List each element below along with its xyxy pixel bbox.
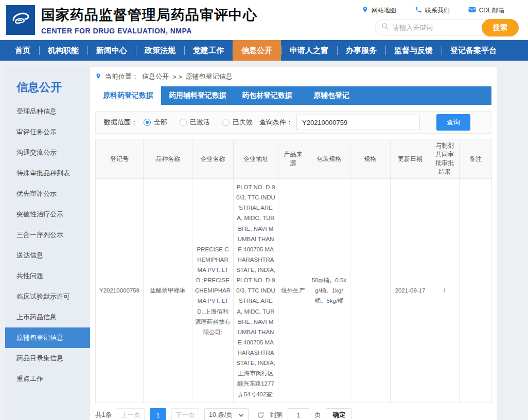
pagination: 共1条 上一页 1 下一页 10 条/页 到第 页 确定 (95, 408, 491, 420)
nav-item-services[interactable]: 办事服务 (337, 40, 385, 61)
nav-item-applicant[interactable]: 申请人之窗 (281, 40, 337, 61)
chevron-down-icon (238, 412, 244, 419)
sidebar-item-drug-catalog[interactable]: 药品目录集信息 (5, 348, 90, 369)
cell-remark (460, 179, 492, 403)
sidebar: 信息公开 受理品种信息 审评任务公示 沟通交流公示 特殊审批品种列表 优先审评公… (5, 67, 90, 420)
nav-item-supervision[interactable]: 监督与反馈 (385, 40, 442, 61)
radio-invalid[interactable]: 已失效 (222, 118, 253, 127)
breadcrumb: 当前位置： 信息公开 > > 原辅包登记信息 (95, 67, 491, 86)
contact-link[interactable]: 联系我们 (415, 6, 450, 15)
prev-page-button[interactable]: 上一页 (117, 408, 145, 420)
header-right: 网站地图 联系我们 CDE邮箱 搜索 (362, 5, 519, 35)
site-header: 国家药品监督管理局药品审评中心 CENTER FOR DRUG EVALUATI… (0, 0, 528, 40)
cde-swan-logo-icon (9, 8, 32, 32)
radio-activated[interactable]: 已激活 (180, 118, 210, 127)
page-size-value: 10 条/页 (209, 411, 233, 419)
breadcrumb-section[interactable]: 信息公开 (142, 72, 169, 81)
phone-icon (415, 6, 422, 15)
cde-logo (6, 5, 35, 35)
cell-company: PRECISE CHEMIPHARMA PVT. LTD.;PRECISE CH… (192, 179, 234, 403)
sidebar-item-communication[interactable]: 沟通交流公示 (5, 142, 90, 163)
sidebar-item-review-tasks[interactable]: 审评任务公示 (5, 122, 90, 142)
radio-selected-icon (144, 119, 151, 126)
site-search: 搜索 (375, 20, 519, 35)
sidebar-item-clinical-trial-license[interactable]: 临床试验默示许可 (5, 286, 90, 307)
goto-unit: 页 (314, 411, 321, 419)
mailbox-link[interactable]: CDE邮箱 (468, 6, 504, 15)
sitemap-link[interactable]: 网站地图 (362, 6, 396, 15)
sidebar-item-raw-materials-registration[interactable]: 原辅包登记信息 (5, 327, 90, 348)
radio-invalid-label: 已失效 (233, 118, 253, 127)
main-nav: 首页 机构职能 新闻中心 政策法规 党建工作 信息公开 申请人之窗 办事服务 监… (0, 40, 528, 61)
col-update-date: 更新日期 (391, 139, 430, 179)
col-spec: 规格 (350, 139, 391, 179)
page-number-1[interactable]: 1 (150, 408, 166, 420)
nav-item-info-disclosure[interactable]: 信息公开 (233, 40, 281, 61)
nav-item-home[interactable]: 首页 (6, 40, 39, 61)
radio-unselected-icon (222, 119, 230, 126)
sidebar-item-common-issues[interactable]: 共性问题 (5, 266, 90, 286)
location-pin-icon (95, 72, 101, 81)
tab-bar: 原料药登记数据 药用辅料登记数据 药包材登记数据 原辅包登记 (95, 86, 491, 105)
radio-all[interactable]: 全部 (144, 118, 167, 127)
nav-item-functions[interactable]: 机构职能 (39, 40, 87, 61)
content-panel: 当前位置： 信息公开 > > 原辅包登记信息 原料药登记数据 药用辅料登记数据 … (90, 67, 497, 420)
filter-bar: 数据范围： 全部 已激活 已失效 查询条件： 查询 (95, 111, 491, 134)
sidebar-item-special-approval[interactable]: 特殊审批品种列表 (5, 163, 90, 184)
scope-options: 全部 已激活 已失效 (144, 118, 253, 127)
cell-product-name: 盐酸萘甲唑啉 (144, 179, 192, 403)
tab-api-registration[interactable]: 原料药登记数据 (95, 86, 161, 105)
nav-item-registration-platform[interactable]: 登记备案平台 (442, 40, 505, 61)
search-icon (381, 23, 389, 32)
col-approval-result: 与制剂共同审批审批结果 (430, 139, 460, 179)
col-company: 企业名称 (192, 139, 234, 179)
goto-label: 到第 (270, 411, 283, 419)
tab-packaging-registration[interactable]: 药包材登记数据 (234, 86, 300, 105)
radio-activated-label: 已激活 (190, 118, 210, 127)
quick-links: 网站地图 联系我们 CDE邮箱 (362, 6, 504, 15)
page-size-select[interactable]: 10 条/页 (204, 408, 249, 420)
sidebar-item-priority-review[interactable]: 优先审评公示 (5, 184, 90, 204)
map-pin-icon (362, 6, 368, 15)
tab-raw-aux-pack[interactable]: 原辅包登记 (300, 86, 363, 105)
sidebar-item-breakthrough-therapy[interactable]: 突破性治疗公示 (5, 204, 90, 225)
contact-label: 联系我们 (425, 6, 450, 15)
scope-label: 数据范围： (104, 118, 137, 127)
breadcrumb-separator: > > (172, 73, 182, 81)
site-subtitle: CENTER FOR DRUG EVALUATION, NMPA (41, 27, 257, 35)
sidebar-title: 信息公开 (5, 67, 90, 101)
goto-page-input[interactable] (288, 408, 309, 420)
mail-icon (468, 7, 476, 14)
table-header-row: 登记号 品种名称 企业名称 企业地址 产品来源 包装规格 规格 更新日期 与制剂… (96, 139, 492, 179)
breadcrumb-label: 当前位置： (105, 72, 138, 81)
breadcrumb-current: 原辅包登记信息 (186, 72, 233, 81)
query-input[interactable] (296, 115, 420, 130)
tab-excipient-registration[interactable]: 药用辅料登记数据 (161, 86, 234, 105)
col-package: 包装规格 (308, 139, 350, 179)
nav-item-policy[interactable]: 政策法规 (136, 40, 184, 61)
sidebar-item-three-in-one[interactable]: 三合一序列公示 (5, 225, 90, 245)
site-title: 国家药品监督管理局药品审评中心 (41, 6, 257, 24)
search-button[interactable]: 搜索 (482, 19, 519, 36)
sidebar-item-key-work[interactable]: 重点工作 (5, 369, 90, 389)
sidebar-item-marketed-drugs[interactable]: 上市药品信息 (5, 307, 90, 327)
sidebar-item-accepted-products[interactable]: 受理品种信息 (5, 101, 90, 122)
cell-address: PLOT NO. D-90/3, TTC INDUSTRIAL AREA, MI… (234, 179, 278, 403)
col-address: 企业地址 (234, 139, 278, 179)
radio-all-label: 全部 (154, 118, 167, 127)
cell-approval-result: I (430, 179, 460, 403)
sidebar-item-delivery-info[interactable]: 送达信息 (5, 245, 90, 266)
query-label: 查询条件： (259, 118, 293, 127)
nav-item-news[interactable]: 新闻中心 (87, 40, 136, 61)
query-button[interactable]: 查询 (436, 114, 470, 131)
nav-item-party[interactable]: 党建工作 (184, 40, 233, 61)
refresh-icon[interactable] (257, 411, 265, 419)
cell-package: 50g/桶。0.5kg/桶。1kg/桶。5kg/桶 (308, 179, 350, 403)
cell-reg-no: Y20210000759 (96, 179, 144, 403)
next-page-button[interactable]: 下一页 (171, 408, 199, 420)
col-product-name: 品种名称 (144, 139, 192, 179)
col-remark: 备注 (460, 139, 492, 179)
cell-spec (350, 179, 391, 403)
radio-unselected-icon (180, 119, 187, 126)
confirm-button[interactable]: 确定 (326, 408, 352, 420)
